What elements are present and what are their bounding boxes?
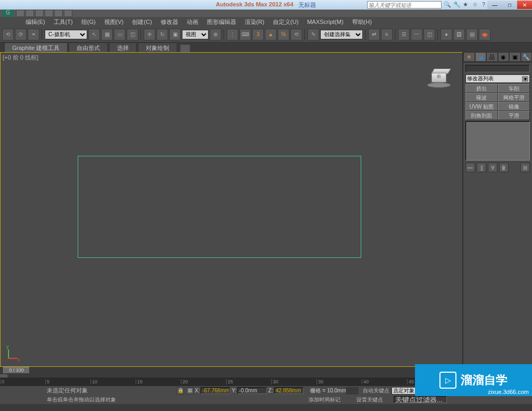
unique-icon[interactable]: ∀ — [488, 163, 497, 172]
pivot-icon[interactable]: ⊕ — [210, 29, 221, 40]
add-time-tag-button[interactable]: 添加时间标记 — [309, 396, 340, 404]
menu-help[interactable]: 帮助(H) — [348, 18, 376, 26]
iso-icon[interactable]: ▦ — [186, 387, 194, 395]
select-rect-icon[interactable]: ▭ — [114, 29, 126, 40]
configure-sets-icon[interactable]: ⊞ — [520, 163, 530, 172]
curve-editor-icon[interactable]: 〰 — [411, 29, 422, 40]
mod-smooth-button[interactable]: 平滑 — [498, 111, 530, 120]
tab-graphite[interactable]: Graphite 建模工具 — [4, 43, 68, 53]
qat-save-icon[interactable] — [35, 10, 44, 17]
link-icon[interactable]: ⟲ — [2, 29, 14, 40]
unlink-icon[interactable]: ⟳ — [15, 29, 27, 40]
render-setup-icon[interactable]: 🖼 — [453, 29, 465, 40]
manipulate-icon[interactable]: ⋮ — [227, 29, 238, 40]
help-search-input[interactable] — [367, 1, 442, 9]
menu-view[interactable]: 视图(V) — [100, 18, 128, 26]
close-button[interactable]: ✕ — [517, 1, 532, 9]
viewcube-ring-icon[interactable] — [427, 82, 451, 88]
schematic-icon[interactable]: ◫ — [423, 29, 435, 40]
app-logo-icon[interactable]: G — [2, 10, 14, 17]
minimize-button[interactable]: — — [487, 1, 502, 9]
dropdown-arrow-icon[interactable]: ▾ — [522, 76, 528, 82]
timeline[interactable]: 0 / 100 — [0, 367, 463, 378]
tab-utilities-icon[interactable]: 🔧 — [521, 52, 533, 62]
material-icon[interactable]: ● — [440, 29, 452, 40]
viewcube-front[interactable]: 前 — [431, 73, 446, 82]
mod-mirror-button[interactable]: 镜像 — [498, 102, 530, 111]
qat-more-icon[interactable] — [64, 10, 72, 17]
selection-filter-combo[interactable]: C-摄影机 — [45, 30, 87, 39]
auto-key-button[interactable]: 自动关键点 — [363, 387, 389, 395]
render-frame-icon[interactable]: ▤ — [466, 29, 478, 40]
layers-icon[interactable]: ☰ — [398, 29, 410, 40]
snap3-icon[interactable]: 3 — [252, 29, 264, 40]
key-filter-button[interactable] — [394, 396, 447, 403]
edit-sel-icon[interactable]: ✎ — [307, 29, 319, 40]
rotate-icon[interactable]: ↻ — [156, 29, 168, 40]
modifier-list-dropdown[interactable]: 修改器列表 ▾ — [466, 74, 530, 83]
qat-undo-icon[interactable] — [45, 10, 53, 17]
select-name-icon[interactable]: ▦ — [101, 29, 113, 40]
z-coord-input[interactable] — [274, 387, 304, 394]
qat-open-icon[interactable] — [26, 10, 34, 17]
menu-render[interactable]: 渲染(R) — [240, 18, 269, 26]
mirror-icon[interactable]: ⇄ — [368, 29, 380, 40]
qat-new-icon[interactable] — [16, 10, 24, 17]
modifier-stack[interactable] — [466, 121, 530, 161]
menu-graph[interactable]: 图形编辑器 — [203, 18, 240, 26]
render-icon[interactable]: 🫖 — [479, 29, 491, 40]
star2-icon[interactable]: ☆ — [472, 1, 480, 9]
binoculars-icon[interactable]: 🔍 — [444, 1, 451, 9]
mod-uvw-button[interactable]: UVW 贴图 — [466, 102, 498, 111]
tab-display-icon[interactable]: ▣ — [509, 52, 521, 62]
lock-icon[interactable]: 🔒 — [177, 387, 184, 395]
menu-custom[interactable]: 自定义(U) — [269, 18, 303, 26]
scale-icon[interactable]: ▣ — [169, 29, 181, 40]
y-coord-input[interactable] — [237, 387, 267, 394]
tab-freeform[interactable]: 自由形式 — [69, 43, 108, 53]
menu-modifiers[interactable]: 修改器 — [156, 18, 182, 26]
named-sel-combo[interactable]: 创建选择集 — [320, 30, 363, 39]
menu-create[interactable]: 创建(C) — [128, 18, 156, 26]
viewcube[interactable]: 前 — [430, 69, 452, 86]
qat-redo-icon[interactable] — [54, 10, 63, 17]
menu-tools[interactable]: 工具(T) — [49, 18, 77, 26]
viewport[interactable]: [+0 前 0 线框] 前 y x — [0, 52, 463, 367]
menu-anim[interactable]: 动画 — [182, 18, 203, 26]
spinner-snap-icon[interactable]: ⟲ — [290, 29, 302, 40]
key-mode-icon[interactable] — [346, 387, 359, 395]
ref-coord-combo[interactable]: 视图 — [182, 30, 209, 39]
mod-extrude-button[interactable]: 挤出 — [466, 84, 498, 93]
align-icon[interactable]: ≡ — [381, 29, 393, 40]
tab-modify-icon[interactable]: ◢ — [475, 52, 487, 62]
tab-paint[interactable]: 对象绘制 — [138, 43, 177, 53]
bind-icon[interactable]: ⚭ — [28, 29, 39, 40]
mod-noise-button[interactable]: 噪波 — [466, 93, 498, 102]
star-icon[interactable]: ★ — [463, 1, 470, 9]
tab-select[interactable]: 选择 — [109, 43, 137, 53]
maximize-button[interactable]: □ — [502, 1, 517, 9]
keyboard-icon[interactable]: ⌨ — [239, 29, 251, 40]
percent-snap-icon[interactable]: % — [278, 29, 289, 40]
select-icon[interactable]: ↖ — [88, 29, 100, 40]
mod-bevel-button[interactable]: 剖角剖面 — [466, 111, 498, 120]
tab-create-icon[interactable]: ✳ — [463, 52, 475, 62]
menu-group[interactable]: 组(G) — [77, 18, 100, 26]
menu-edit[interactable]: 编辑(E) — [21, 18, 49, 26]
menu-maxscript[interactable]: MAXScript(M) — [303, 19, 347, 25]
mod-lathe-button[interactable]: 车削 — [498, 84, 530, 93]
tab-motion-icon[interactable]: ◉ — [498, 52, 510, 62]
move-icon[interactable]: ✢ — [144, 29, 155, 40]
pin-stack-icon[interactable]: ⊷ — [466, 163, 475, 172]
window-cross-icon[interactable]: ◫ — [127, 29, 138, 40]
object-name-field[interactable] — [466, 65, 530, 72]
wrench-icon[interactable]: 🔧 — [453, 1, 461, 9]
mod-meshsmooth-button[interactable]: 网格平滑 — [498, 93, 530, 102]
x-coord-input[interactable] — [201, 387, 230, 394]
viewport-label[interactable]: [+0 前 0 线框] — [3, 54, 38, 62]
time-ruler[interactable]: 0 5 10 15 20 25 30 35 40 45 50 55 60 65 … — [0, 378, 463, 386]
tab-hierarchy-icon[interactable]: 品 — [486, 52, 498, 62]
show-end-icon[interactable]: ∥ — [477, 163, 486, 172]
angle-snap-icon[interactable]: ▲ — [265, 29, 277, 40]
set-key-button[interactable]: 设置关键点 — [356, 396, 383, 404]
